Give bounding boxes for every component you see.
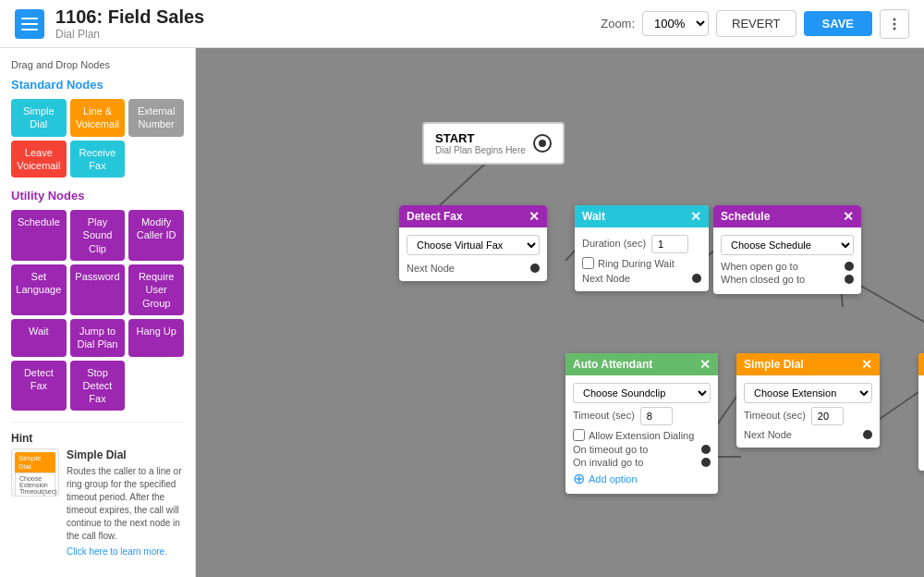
wait-close-button[interactable]: ✕ [690, 210, 701, 223]
detect-fax-node: Detect Fax ✕ Choose Virtual Fax Next Nod… [399, 205, 547, 281]
simple-dial-extension-select[interactable]: Choose Extension [744, 383, 872, 403]
receive-fax-node-item[interactable]: Receive Fax [70, 141, 126, 178]
password-node-item[interactable]: Password [70, 264, 126, 315]
detect-fax-next-connector[interactable] [530, 264, 540, 273]
auto-attendant-timeout-label: Timeout (sec) [573, 410, 635, 421]
require-user-group-node-item[interactable]: Require User Group [128, 264, 184, 315]
set-language-node-item[interactable]: Set Language [11, 264, 67, 315]
hint-title: Hint [11, 432, 184, 445]
hint-text-block: Simple Dial Routes the caller to a line … [67, 448, 184, 557]
auto-attendant-node: Auto Attendant ✕ Choose Soundclip Timeou… [565, 353, 718, 494]
detect-fax-close-button[interactable]: ✕ [529, 210, 540, 223]
save-button[interactable]: SAVE [804, 11, 872, 36]
simple-dial-timeout-input[interactable] [811, 407, 844, 425]
detect-fax-body: Choose Virtual Fax Next Node [399, 227, 547, 281]
auto-attendant-ext-row: Allow Extension Dialing [573, 429, 711, 441]
start-title: START [435, 131, 526, 145]
simple-dial-timeout-label: Timeout (sec) [744, 410, 806, 421]
menu-button[interactable] [15, 9, 44, 39]
auto-attendant-body: Choose Soundclip Timeout (sec) Allow Ext… [565, 375, 718, 494]
auto-attendant-timeout-goto-label: On timeout go to [573, 444, 648, 455]
auto-attendant-ext-label: Allow Extension Dialing [589, 430, 694, 441]
stop-detect-fax-node-item[interactable]: Stop Detect Fax [70, 361, 126, 411]
auto-attendant-add-option-button[interactable]: ⊕ Add option [573, 472, 711, 486]
modify-caller-id-node-item[interactable]: Modify Caller ID [128, 210, 184, 261]
schedule-select[interactable]: Choose Schedule [721, 235, 854, 255]
simple-dial-node-item[interactable]: Simple Dial [11, 99, 67, 137]
header-controls: Zoom: 100% 75% 125% REVERT SAVE [601, 9, 909, 39]
page-title: 1106: Field Sales [55, 6, 601, 28]
leave-voicemail-node: Leave Voicemail ✕ Choose Extension Instr… [918, 353, 924, 471]
auto-attendant-close-button[interactable]: ✕ [699, 358, 711, 371]
wait-duration-row: Duration (sec) [582, 235, 701, 253]
utility-nodes-title: Utility Nodes [11, 189, 184, 203]
hint-link[interactable]: Click here to learn more. [67, 546, 184, 557]
hang-up-node-item[interactable]: Hang Up [128, 319, 184, 357]
simple-dial-header: Simple Dial ✕ [736, 353, 880, 375]
add-option-label: Add option [589, 473, 638, 485]
auto-attendant-timeout-input[interactable] [640, 407, 673, 425]
schedule-node: Schedule ✕ Choose Schedule When open go … [713, 205, 861, 294]
auto-attendant-timeout-goto-row: On timeout go to [573, 444, 711, 455]
simple-dial-next-connector[interactable] [863, 430, 872, 439]
svg-point-5 [894, 27, 896, 30]
auto-attendant-ext-checkbox[interactable] [573, 429, 585, 441]
schedule-node-item[interactable]: Schedule [11, 210, 67, 261]
hint-image: Simple Dial Choose ExtensionTimeout(sec)… [11, 448, 59, 497]
simple-dial-close-button[interactable]: ✕ [861, 358, 872, 371]
auto-attendant-invalid-row: On invalid go to [573, 457, 711, 468]
auto-attendant-invalid-connector[interactable] [701, 458, 711, 467]
simple-dial-body: Choose Extension Timeout (sec) Next Node [736, 375, 880, 448]
zoom-label: Zoom: [601, 17, 635, 31]
schedule-closed-label: When closed go to [721, 274, 805, 285]
schedule-open-connector[interactable] [845, 262, 854, 271]
revert-button[interactable]: REVERT [716, 10, 796, 37]
start-node: START Dial Plan Begins Here [422, 122, 565, 165]
auto-attendant-title: Auto Attendant [573, 358, 652, 371]
hint-content: Simple Dial Choose ExtensionTimeout(sec)… [11, 448, 184, 557]
auto-attendant-timeout-row: Timeout (sec) [573, 407, 711, 425]
detect-fax-node-item[interactable]: Detect Fax [11, 361, 67, 411]
wait-node-item[interactable]: Wait [11, 319, 67, 357]
leave-voicemail-node-item[interactable]: Leave Voicemail [11, 141, 67, 178]
svg-rect-2 [21, 29, 38, 31]
schedule-body: Choose Schedule When open go to When clo… [713, 227, 861, 294]
simple-dial-next-node-row: Next Node [744, 429, 872, 440]
wait-header: Wait ✕ [575, 205, 709, 227]
schedule-close-button[interactable]: ✕ [843, 210, 854, 223]
simple-dial-title: Simple Dial [744, 358, 804, 371]
wait-next-label: Next Node [582, 273, 630, 284]
page-subtitle: Dial Plan [55, 28, 601, 41]
sidebar: Drag and Drop Nodes Standard Nodes Simpl… [0, 48, 196, 577]
start-circle-icon [533, 134, 552, 153]
external-number-node-item[interactable]: External Number [128, 99, 184, 137]
utility-nodes-grid: Schedule Play Sound Clip Modify Caller I… [11, 210, 184, 411]
standard-nodes-grid: Simple Dial Line & Voicemail External Nu… [11, 99, 184, 178]
schedule-closed-row: When closed go to [721, 274, 854, 285]
main-content: Drag and Drop Nodes Standard Nodes Simpl… [0, 48, 924, 577]
wait-duration-input[interactable] [651, 235, 688, 253]
auto-attendant-soundclip-select[interactable]: Choose Soundclip [573, 383, 711, 403]
jump-dial-plan-node-item[interactable]: Jump to Dial Plan [70, 319, 126, 357]
schedule-open-row: When open go to [721, 261, 854, 272]
simple-dial-timeout-row: Timeout (sec) [744, 407, 872, 425]
detect-fax-next-label: Next Node [407, 263, 455, 274]
detect-fax-header: Detect Fax ✕ [399, 205, 547, 227]
line-voicemail-node-item[interactable]: Line & Voicemail [70, 99, 126, 137]
auto-attendant-timeout-connector[interactable] [701, 445, 711, 454]
more-options-button[interactable] [880, 9, 909, 39]
simple-dial-next-label: Next Node [744, 429, 792, 440]
leave-voicemail-header: Leave Voicemail ✕ [918, 353, 924, 375]
hint-description: Routes the caller to a line or ring grou… [67, 465, 184, 543]
svg-rect-1 [21, 23, 38, 25]
leave-voicemail-body: Choose Extension Instruction Message Typ… [918, 375, 924, 471]
flow-canvas[interactable]: START Dial Plan Begins Here Detect Fax ✕… [196, 48, 924, 577]
schedule-closed-connector[interactable] [845, 275, 854, 284]
detect-fax-select[interactable]: Choose Virtual Fax [407, 235, 540, 255]
zoom-select[interactable]: 100% 75% 125% [642, 11, 709, 36]
play-sound-clip-node-item[interactable]: Play Sound Clip [70, 210, 126, 261]
wait-ring-checkbox[interactable] [582, 257, 594, 269]
wait-next-connector[interactable] [692, 274, 701, 283]
start-label: START Dial Plan Begins Here [435, 131, 526, 155]
wait-next-node-row: Next Node [582, 273, 701, 284]
